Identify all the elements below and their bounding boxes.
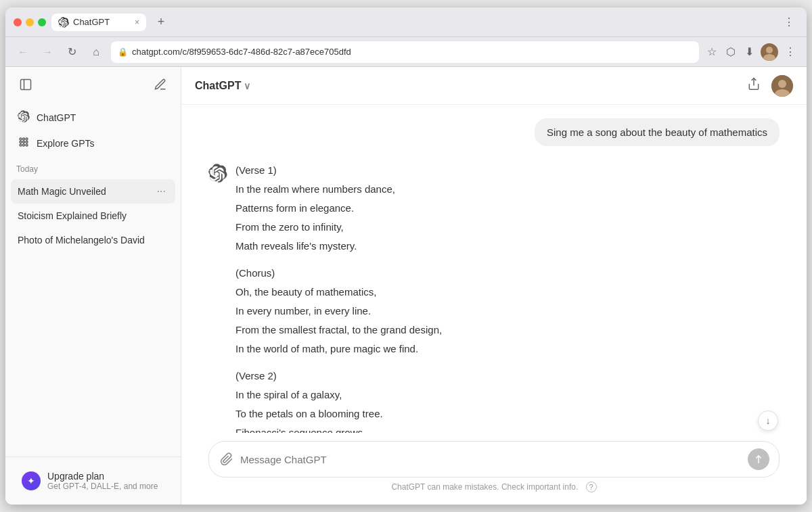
verse1-line2: Patterns form in elegance. — [235, 200, 780, 216]
forward-button[interactable]: → — [38, 43, 57, 62]
upgrade-title: Upgrade plan — [47, 471, 158, 482]
svg-point-0 — [766, 47, 773, 53]
user-message: Sing me a song about the beauty of mathe… — [208, 118, 780, 146]
svg-point-8 — [23, 141, 25, 143]
sidebar-section-today: Today — [5, 159, 181, 177]
sidebar-header — [5, 67, 181, 102]
title-bar: ChatGPT × + ⋮ — [5, 7, 807, 37]
address-bar: ← → ↻ ⌂ 🔒 chatgpt.com/c/8f959653-6dc7-48… — [5, 37, 807, 67]
svg-point-10 — [20, 144, 22, 146]
tab-favicon-icon — [58, 17, 69, 28]
chat-title: ChatGPT — [195, 80, 241, 92]
sidebar-footer: ✦ Upgrade plan Get GPT-4, DALL-E, and mo… — [5, 457, 181, 505]
address-icons: ☆ ⬡ ⬇ ⋮ — [704, 43, 798, 61]
tab-bar: ChatGPT × + — [51, 13, 774, 32]
svg-point-5 — [23, 138, 25, 140]
chat-item-math-magic[interactable]: Math Magic Unveiled ··· — [11, 179, 175, 204]
svg-point-4 — [20, 138, 22, 140]
maximize-button[interactable] — [38, 18, 46, 26]
svg-rect-2 — [21, 80, 31, 90]
chorus-line4: In the world of math, pure magic we find… — [235, 341, 780, 357]
lock-icon: 🔒 — [118, 47, 128, 57]
browser-controls-right: ⋮ — [780, 13, 798, 31]
chat-main: ChatGPT ∨ — [181, 67, 807, 505]
close-button[interactable] — [14, 18, 22, 26]
svg-point-9 — [26, 141, 28, 143]
svg-point-6 — [26, 138, 28, 140]
chorus-line1: Oh, the beauty of mathematics, — [235, 284, 780, 300]
help-icon[interactable]: ? — [586, 482, 597, 492]
chat-title-chevron-icon: ∨ — [244, 80, 250, 91]
minimize-button[interactable] — [26, 18, 34, 26]
share-button[interactable] — [744, 74, 763, 97]
traffic-lights — [14, 18, 46, 26]
new-chat-button[interactable] — [151, 75, 170, 94]
svg-point-1 — [763, 54, 775, 61]
svg-point-7 — [20, 141, 22, 143]
back-button[interactable]: ← — [14, 43, 32, 62]
sidebar-item-chatgpt[interactable]: ChatGPT — [11, 105, 175, 131]
browser-profile-avatar[interactable] — [761, 43, 778, 61]
assistant-message-content: (Verse 1) In the realm where numbers dan… — [235, 162, 780, 433]
home-button[interactable]: ⌂ — [87, 43, 106, 62]
chat-item-stoicism[interactable]: Stoicism Explained Briefly ··· — [11, 204, 175, 228]
download-button[interactable]: ⬇ — [742, 43, 757, 61]
chat-item-menu-math-magic[interactable]: ··· — [154, 184, 168, 199]
url-text: chatgpt.com/c/8f959653-6dc7-486d-82c7-a8… — [132, 47, 692, 57]
disclaimer-text: ChatGPT can make mistakes. Check importa… — [208, 478, 780, 499]
extensions-button[interactable]: ⋮ — [780, 13, 798, 31]
verse2-heading: (Verse 2) — [235, 368, 780, 384]
attach-button[interactable] — [219, 451, 235, 467]
assistant-avatar — [208, 164, 227, 183]
chat-item-michelangelo[interactable]: Photo of Michelangelo's David ··· — [11, 228, 175, 252]
sidebar-nav: ChatGPT — [5, 102, 181, 159]
verse2-line3: Fibonacci's sequence grows, — [235, 425, 780, 433]
verse2-line2: To the petals on a blooming tree. — [235, 406, 780, 422]
messages-area[interactable]: Sing me a song about the beauty of mathe… — [181, 105, 807, 433]
sidebar-chatgpt-label: ChatGPT — [37, 112, 76, 123]
upgrade-icon: ✦ — [22, 471, 41, 490]
input-box — [208, 441, 780, 478]
sidebar-item-explore-gpts[interactable]: Explore GPTs — [11, 131, 175, 156]
bookmark-button[interactable]: ☆ — [704, 43, 719, 61]
chat-title-area[interactable]: ChatGPT ∨ — [195, 80, 250, 92]
reload-button[interactable]: ↻ — [62, 43, 81, 62]
user-message-bubble: Sing me a song about the beauty of mathe… — [535, 118, 780, 146]
chorus-heading: (Chorus) — [235, 265, 780, 281]
verse1-line1: In the realm where numbers dance, — [235, 181, 780, 197]
tab-title: ChatGPT — [73, 17, 131, 27]
tab-close-button[interactable]: × — [135, 18, 139, 27]
input-area: ChatGPT can make mistakes. Check importa… — [181, 433, 807, 505]
chat-topbar: ChatGPT ∨ — [181, 67, 807, 105]
new-tab-button[interactable]: + — [152, 13, 171, 32]
scroll-down-button[interactable]: ↓ — [758, 411, 778, 431]
browser-tab-active[interactable]: ChatGPT × — [51, 14, 146, 31]
upgrade-plan-button[interactable]: ✦ Upgrade plan Get GPT-4, DALL-E, and mo… — [16, 465, 170, 496]
chat-item-label-math-magic: Math Magic Unveiled — [18, 186, 154, 197]
disclaimer-content: ChatGPT can make mistakes. Check importa… — [391, 482, 578, 492]
explore-gpts-icon — [18, 136, 30, 151]
url-bar[interactable]: 🔒 chatgpt.com/c/8f959653-6dc7-486d-82c7-… — [111, 41, 699, 63]
toggle-sidebar-button[interactable] — [16, 75, 35, 94]
svg-point-12 — [26, 144, 28, 146]
browser-menu-button[interactable]: ⋮ — [782, 43, 798, 61]
svg-point-15 — [778, 80, 786, 88]
upgrade-subtitle: Get GPT-4, DALL-E, and more — [47, 482, 158, 491]
chorus-line3: From the smallest fractal, to the grand … — [235, 322, 780, 338]
verse2-line1: In the spiral of a galaxy, — [235, 387, 780, 403]
chat-user-avatar[interactable] — [771, 75, 793, 97]
browser-extension-button[interactable]: ⬡ — [723, 43, 738, 61]
assistant-message: (Verse 1) In the realm where numbers dan… — [208, 162, 780, 433]
svg-point-11 — [23, 144, 25, 146]
chat-item-label-michelangelo: Photo of Michelangelo's David — [18, 235, 154, 246]
upgrade-text: Upgrade plan Get GPT-4, DALL-E, and more — [47, 471, 158, 491]
message-input[interactable] — [240, 454, 742, 465]
sidebar: ChatGPT — [5, 67, 181, 505]
chat-list: Math Magic Unveiled ··· Stoicism Explain… — [5, 177, 181, 255]
chorus-line2: In every number, in every line. — [235, 303, 780, 319]
verse1-line3: From the zero to infinity, — [235, 219, 780, 235]
send-button[interactable] — [748, 448, 769, 470]
chat-topbar-actions — [744, 74, 793, 97]
app-area: ChatGPT — [5, 67, 807, 505]
verse1-heading: (Verse 1) — [235, 162, 780, 179]
